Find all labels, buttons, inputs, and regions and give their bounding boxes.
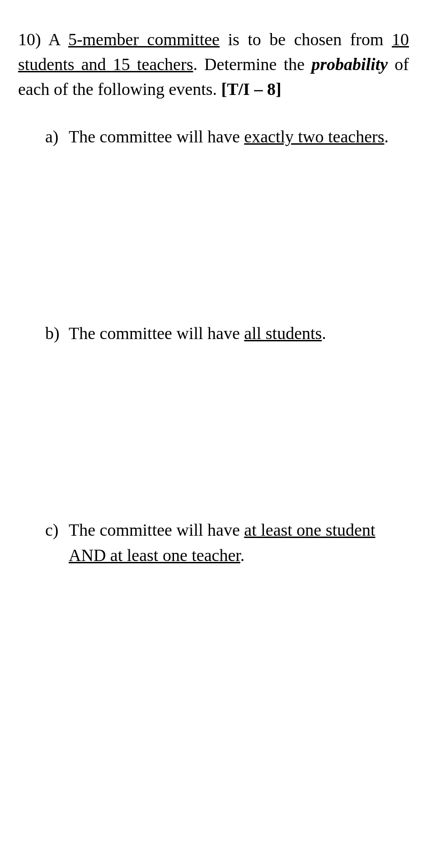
sub-item-b-prefix: The committee will have xyxy=(69,324,244,343)
question-number: 10) xyxy=(18,30,41,49)
sub-item-c-suffix: . xyxy=(240,546,245,565)
sub-item-a-underlined: exactly two teachers xyxy=(244,127,384,146)
sub-item-b-underlined: all students xyxy=(244,324,322,343)
sub-item-a: a) The committee will have exactly two t… xyxy=(45,124,409,149)
sub-item-b-suffix: . xyxy=(322,324,326,343)
keyword-probability: probability xyxy=(311,55,388,74)
sub-item-a-suffix: . xyxy=(385,127,389,146)
intro-part1: A xyxy=(48,30,68,49)
sub-item-a-content: The committee will have exactly two teac… xyxy=(69,124,409,149)
sub-item-c-content: The committee will have at least one stu… xyxy=(69,518,409,567)
sub-item-b-line: b) The committee will have all students. xyxy=(45,321,409,346)
intro-paragraph: 10) A 5-member committee is to be chosen… xyxy=(18,27,409,102)
sub-item-c: c) The committee will have at least one … xyxy=(45,518,409,567)
sub-items-list: a) The committee will have exactly two t… xyxy=(45,124,409,567)
question-container: 10) A 5-member committee is to be chosen… xyxy=(18,27,409,568)
sub-item-c-prefix: The committee will have xyxy=(69,520,244,539)
marks-label: [T/I – 8] xyxy=(221,80,282,99)
sub-item-a-line: a) The committee will have exactly two t… xyxy=(45,124,409,149)
intro-part3: . Determine the xyxy=(193,55,311,74)
sub-item-a-letter: a) xyxy=(45,124,63,149)
committee-size: 5-member committee xyxy=(68,30,220,49)
sub-item-b-letter: b) xyxy=(45,321,63,346)
sub-item-a-prefix: The committee will have xyxy=(69,127,244,146)
sub-item-b: b) The committee will have all students. xyxy=(45,321,409,346)
sub-item-c-line: c) The committee will have at least one … xyxy=(45,518,409,567)
sub-item-b-content: The committee will have all students. xyxy=(69,321,409,346)
intro-part2: is to be chosen from xyxy=(220,30,392,49)
sub-item-c-letter: c) xyxy=(45,518,63,542)
